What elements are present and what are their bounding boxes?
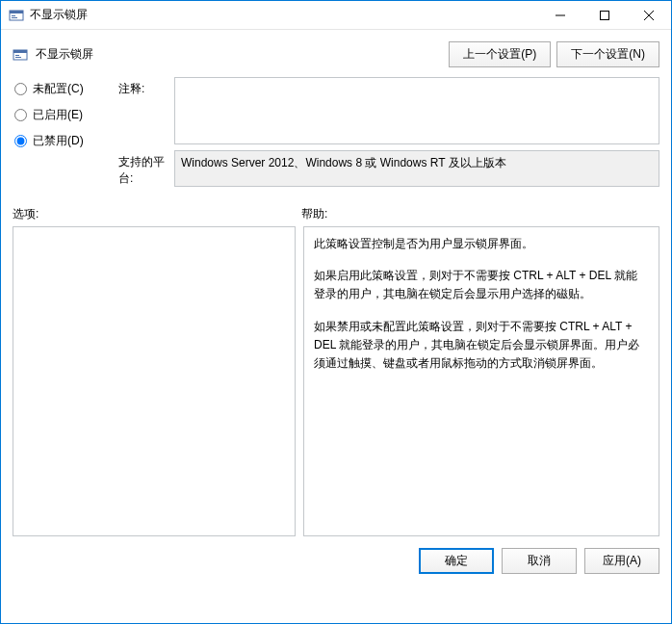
policy-title: 不显示锁屏 (36, 46, 449, 63)
titlebar: 不显示锁屏 (1, 1, 671, 30)
radio-group: 未配置(C) 已启用(E) 已禁用(D) (13, 77, 118, 193)
policy-icon (13, 47, 28, 63)
comment-row: 注释: (118, 77, 659, 144)
app-icon (9, 8, 24, 23)
svg-rect-3 (12, 17, 17, 18)
footer: 确定 取消 应用(A) (1, 536, 671, 585)
panels: 此策略设置控制是否为用户显示锁屏界面。 如果启用此策略设置，则对于不需要按 CT… (1, 226, 671, 536)
radio-disabled-label[interactable]: 已禁用(D) (33, 133, 84, 149)
comment-label: 注释: (118, 77, 174, 144)
nav-buttons: 上一个设置(P) 下一个设置(N) (449, 41, 659, 67)
window-controls (538, 1, 671, 29)
platform-row: 支持的平台: Windows Server 2012、Windows 8 或 W… (118, 150, 659, 187)
header: 不显示锁屏 上一个设置(P) 下一个设置(N) (1, 30, 671, 67)
svg-rect-2 (12, 15, 15, 16)
platform-value: Windows Server 2012、Windows 8 或 Windows … (174, 150, 659, 187)
radio-enabled-label[interactable]: 已启用(E) (33, 107, 83, 123)
radio-not-configured-label[interactable]: 未配置(C) (33, 81, 84, 97)
fields-column: 注释: 支持的平台: Windows Server 2012、Windows 8… (118, 77, 659, 193)
config-section: 未配置(C) 已启用(E) 已禁用(D) 注释: 支持的平台: Windows … (1, 67, 671, 193)
help-paragraph: 如果启用此策略设置，则对于不需要按 CTRL + ALT + DEL 就能登录的… (314, 267, 649, 303)
apply-button[interactable]: 应用(A) (584, 548, 659, 574)
radio-not-configured[interactable]: 未配置(C) (13, 81, 118, 97)
svg-rect-1 (10, 11, 23, 13)
svg-rect-9 (13, 50, 27, 53)
svg-rect-10 (15, 55, 19, 56)
help-label: 帮助: (301, 206, 659, 222)
options-label: 选项: (13, 206, 301, 222)
svg-rect-5 (601, 11, 609, 19)
help-paragraph: 如果禁用或未配置此策略设置，则对于不需要按 CTRL + ALT + DEL 就… (314, 318, 649, 374)
svg-rect-11 (15, 57, 21, 58)
next-setting-button[interactable]: 下一个设置(N) (556, 41, 659, 67)
radio-disabled[interactable]: 已禁用(D) (13, 133, 118, 149)
help-paragraph: 此策略设置控制是否为用户显示锁屏界面。 (314, 235, 649, 253)
help-panel: 此策略设置控制是否为用户显示锁屏界面。 如果启用此策略设置，则对于不需要按 CT… (303, 226, 659, 536)
radio-not-configured-input[interactable] (14, 83, 27, 95)
comment-input[interactable] (174, 77, 659, 144)
previous-setting-button[interactable]: 上一个设置(P) (449, 41, 551, 67)
close-button[interactable] (627, 1, 671, 29)
window-title: 不显示锁屏 (30, 7, 538, 23)
minimize-button[interactable] (538, 1, 582, 29)
cancel-button[interactable]: 取消 (502, 548, 577, 574)
radio-disabled-input[interactable] (14, 135, 27, 147)
maximize-button[interactable] (582, 1, 627, 29)
options-panel (13, 226, 296, 536)
ok-button[interactable]: 确定 (419, 548, 494, 574)
platform-label: 支持的平台: (118, 150, 174, 187)
radio-enabled-input[interactable] (14, 109, 27, 121)
radio-enabled[interactable]: 已启用(E) (13, 107, 118, 123)
section-labels: 选项: 帮助: (1, 193, 671, 226)
